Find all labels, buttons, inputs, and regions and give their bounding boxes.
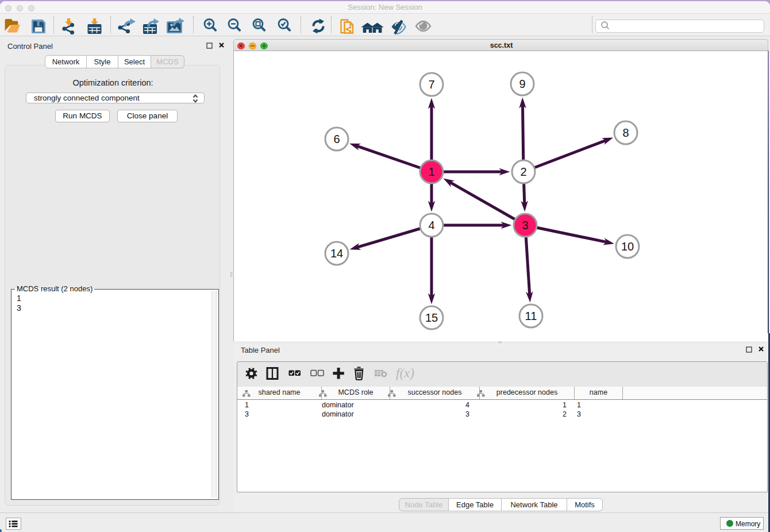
svg-text:3: 3 (522, 219, 528, 232)
svg-text:10: 10 (621, 240, 634, 253)
svg-text:14: 14 (330, 247, 343, 260)
svg-text:2: 2 (520, 165, 526, 178)
svg-text:6: 6 (333, 133, 340, 145)
svg-text:15: 15 (425, 311, 438, 324)
svg-text:7: 7 (428, 78, 434, 91)
svg-text:1: 1 (428, 165, 434, 178)
svg-text:4: 4 (428, 219, 434, 232)
svg-text:8: 8 (622, 126, 629, 139)
svg-text:11: 11 (525, 310, 537, 322)
svg-text:f(x): f(x) (396, 366, 414, 380)
svg-text:9: 9 (519, 78, 525, 90)
